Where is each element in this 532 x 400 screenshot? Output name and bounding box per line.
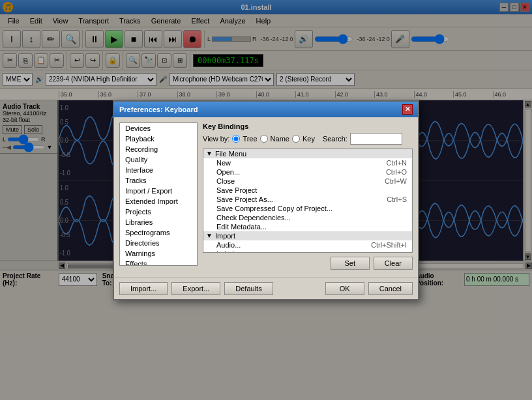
import-header[interactable]: ▼ Import xyxy=(203,231,412,240)
keys-list: ▼ File Menu New Ctrl+N Open... Ctrl+O xyxy=(203,149,413,253)
modal-overlay: Preferences: Keyboard ✕ Devices Playback… xyxy=(0,0,532,400)
cat-playback[interactable]: Playback xyxy=(120,134,197,144)
keybindings-panel: Key Bindings View by: Tree Name Key Sear… xyxy=(203,122,413,270)
key-new-binding: Ctrl+N xyxy=(355,159,407,167)
key-save-project-name: Save Project xyxy=(216,186,355,194)
view-name-label: Name xyxy=(271,135,289,143)
file-menu-label: File Menu xyxy=(215,150,246,158)
view-name-radio[interactable] xyxy=(260,135,268,143)
key-save-project[interactable]: Save Project xyxy=(203,186,412,195)
view-by-row: View by: Tree Name Key Search: xyxy=(203,133,413,145)
cat-quality[interactable]: Quality xyxy=(120,154,197,165)
view-tree-radio[interactable] xyxy=(232,135,240,143)
set-clear-area: Set Clear xyxy=(203,257,413,270)
key-save-compressed[interactable]: Save Compressed Copy of Project... xyxy=(203,204,412,213)
view-tree-label: Tree xyxy=(243,135,257,143)
key-check-deps-name: Check Dependencies... xyxy=(216,214,355,221)
cancel-button[interactable]: Cancel xyxy=(368,282,413,295)
cat-extended-import[interactable]: Extended Import xyxy=(120,196,197,207)
import-label: Import xyxy=(215,232,235,240)
preferences-keyboard-dialog: Preferences: Keyboard ✕ Devices Playback… xyxy=(113,100,419,300)
search-label: Search: xyxy=(323,135,347,143)
cat-import-export[interactable]: Import / Export xyxy=(120,186,197,196)
ok-cancel-group: OK Cancel xyxy=(325,282,413,295)
key-audio[interactable]: Audio... Ctrl+Shift+I xyxy=(203,240,412,250)
key-close[interactable]: Close Ctrl+W xyxy=(203,177,412,186)
dialog-close-button[interactable]: ✕ xyxy=(402,104,413,115)
cat-projects[interactable]: Projects xyxy=(120,207,197,217)
clear-button[interactable]: Clear xyxy=(374,257,413,270)
file-menu-header[interactable]: ▼ File Menu xyxy=(203,149,412,158)
key-save-project-as-binding: Ctrl+S xyxy=(355,195,407,203)
key-new-name: New xyxy=(216,159,355,167)
key-audio-name: Audio... xyxy=(216,241,355,249)
key-labels[interactable]: Labels... xyxy=(203,250,412,253)
defaults-button[interactable]: Defaults xyxy=(224,282,273,295)
file-menu-section: ▼ File Menu New Ctrl+N Open... Ctrl+O xyxy=(203,149,412,231)
key-edit-meta[interactable]: Edit Metadata... xyxy=(203,222,412,231)
key-save-compressed-name: Save Compressed Copy of Project... xyxy=(216,205,355,212)
import-section: ▼ Import Audio... Ctrl+Shift+I Labels... xyxy=(203,231,412,253)
cat-effects[interactable]: Effects xyxy=(120,259,197,266)
expand-icon: ▼ xyxy=(206,150,213,157)
cat-interface[interactable]: Interface xyxy=(120,165,197,175)
cat-spectrograms[interactable]: Spectrograms xyxy=(120,227,197,238)
key-close-name: Close xyxy=(216,177,355,185)
key-check-deps[interactable]: Check Dependencies... xyxy=(203,213,412,222)
set-button[interactable]: Set xyxy=(331,257,370,270)
dialog-body: Devices Playback Recording Quality Inter… xyxy=(114,117,418,275)
view-key-radio[interactable] xyxy=(292,135,300,143)
view-key-label: Key xyxy=(303,135,315,143)
cat-tracks[interactable]: Tracks xyxy=(120,175,197,186)
import-button[interactable]: Import... xyxy=(119,282,168,295)
key-audio-binding: Ctrl+Shift+I xyxy=(355,241,407,249)
dialog-footer-buttons: Import... Export... Defaults OK Cancel xyxy=(114,278,418,299)
cat-recording[interactable]: Recording xyxy=(120,144,197,154)
cat-warnings[interactable]: Warnings xyxy=(120,248,197,259)
import-expand-icon: ▼ xyxy=(206,232,213,239)
key-save-project-as[interactable]: Save Project As... Ctrl+S xyxy=(203,195,412,204)
search-input[interactable] xyxy=(350,133,402,145)
key-new[interactable]: New Ctrl+N xyxy=(203,158,412,167)
key-edit-meta-name: Edit Metadata... xyxy=(216,223,355,231)
import-export-defaults-group: Import... Export... Defaults xyxy=(119,282,273,295)
key-save-project-as-name: Save Project As... xyxy=(216,195,355,203)
dialog-titlebar: Preferences: Keyboard ✕ xyxy=(114,102,418,117)
key-open[interactable]: Open... Ctrl+O xyxy=(203,167,412,177)
keybindings-title: Key Bindings xyxy=(203,122,413,130)
key-open-binding: Ctrl+O xyxy=(355,168,407,176)
key-labels-name: Labels... xyxy=(216,250,355,253)
cat-directories[interactable]: Directories xyxy=(120,238,197,248)
cat-libraries[interactable]: Libraries xyxy=(120,217,197,227)
categories-list: Devices Playback Recording Quality Inter… xyxy=(119,122,198,266)
export-button[interactable]: Export... xyxy=(171,282,220,295)
view-by-label: View by: xyxy=(203,135,229,143)
dialog-title-text: Preferences: Keyboard xyxy=(119,106,198,113)
key-open-name: Open... xyxy=(216,168,355,176)
key-close-binding: Ctrl+W xyxy=(355,177,407,185)
cat-devices[interactable]: Devices xyxy=(120,123,197,134)
ok-button[interactable]: OK xyxy=(325,282,364,295)
